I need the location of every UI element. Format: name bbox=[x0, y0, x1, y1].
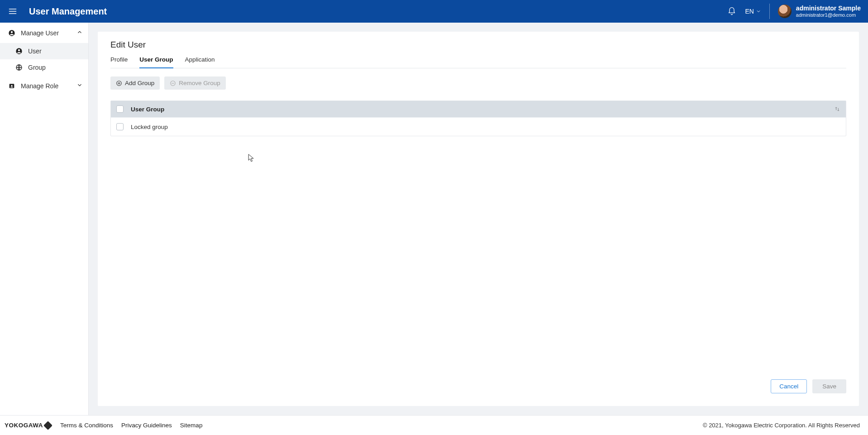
cancel-button[interactable]: Cancel bbox=[771, 379, 807, 393]
brand-logo: YOKOGAWA bbox=[5, 422, 51, 429]
role-badge-icon bbox=[8, 82, 16, 90]
select-all-cell bbox=[116, 105, 128, 113]
language-label: EN bbox=[745, 8, 754, 15]
user-name: administrator Sample bbox=[796, 5, 861, 12]
main-content: Edit User Profile User Group Application… bbox=[89, 23, 868, 415]
button-label: Remove Group bbox=[179, 80, 220, 86]
svg-rect-7 bbox=[10, 86, 13, 87]
minus-circle-icon bbox=[170, 80, 176, 86]
table-row[interactable]: Locked group bbox=[111, 117, 846, 136]
sidebar-item-user[interactable]: User bbox=[0, 43, 88, 59]
user-circle-icon bbox=[15, 48, 24, 55]
row-label: Locked group bbox=[128, 124, 840, 130]
sidebar-item-label: Group bbox=[28, 64, 46, 71]
avatar bbox=[778, 5, 792, 18]
tabs: Profile User Group Application bbox=[110, 56, 846, 68]
button-label: Add Group bbox=[125, 80, 154, 86]
chevron-up-icon bbox=[76, 29, 83, 37]
row-checkbox[interactable] bbox=[116, 123, 124, 130]
user-menu[interactable]: administrator Sample administrator1@demo… bbox=[778, 5, 861, 18]
chevron-down-icon bbox=[76, 82, 83, 90]
tab-profile[interactable]: Profile bbox=[110, 56, 128, 68]
page-title: Edit User bbox=[110, 40, 846, 50]
notifications-icon[interactable] bbox=[727, 6, 737, 16]
sidebar-section-manage-role[interactable]: Manage Role bbox=[0, 76, 88, 96]
user-circle-icon bbox=[8, 29, 16, 37]
header-divider bbox=[769, 4, 770, 19]
sort-icon[interactable] bbox=[834, 106, 840, 112]
add-group-button[interactable]: Add Group bbox=[110, 76, 160, 90]
svg-point-1 bbox=[11, 31, 13, 33]
footer-link-privacy[interactable]: Privacy Guidelines bbox=[121, 422, 172, 429]
tab-application[interactable]: Application bbox=[185, 56, 215, 68]
sidebar: Manage User User Group Manage Role bbox=[0, 23, 89, 415]
user-info: administrator Sample administrator1@demo… bbox=[796, 5, 861, 18]
footer-link-terms[interactable]: Terms & Conditions bbox=[60, 422, 113, 429]
row-check-cell bbox=[116, 123, 128, 130]
chevron-down-icon bbox=[756, 9, 761, 14]
svg-point-3 bbox=[18, 49, 20, 51]
diamond-icon bbox=[43, 421, 52, 430]
group-toolbar: Add Group Remove Group bbox=[110, 76, 846, 90]
copyright: © 2021, Yokogawa Electric Corporation. A… bbox=[703, 422, 860, 429]
table-header: User Group bbox=[111, 101, 846, 117]
user-email: administrator1@demo.com bbox=[796, 12, 861, 18]
sidebar-section-label: Manage Role bbox=[21, 82, 58, 90]
sidebar-item-group[interactable]: Group bbox=[0, 59, 88, 76]
svg-point-6 bbox=[11, 85, 12, 86]
language-selector[interactable]: EN bbox=[745, 8, 761, 15]
sidebar-item-label: User bbox=[28, 48, 42, 55]
column-header-user-group[interactable]: User Group bbox=[128, 106, 834, 113]
globe-icon bbox=[15, 64, 24, 71]
sidebar-section-label: Manage User bbox=[21, 29, 59, 37]
panel-footer: Cancel Save bbox=[110, 372, 846, 393]
user-group-table: User Group Locked group bbox=[110, 100, 846, 136]
save-button[interactable]: Save bbox=[812, 379, 846, 393]
header-right: EN administrator Sample administrator1@d… bbox=[727, 4, 861, 19]
tab-user-group[interactable]: User Group bbox=[139, 56, 173, 68]
app-header: User Management EN administrator Sample … bbox=[0, 0, 868, 23]
menu-toggle[interactable] bbox=[7, 6, 18, 17]
edit-user-panel: Edit User Profile User Group Application… bbox=[98, 32, 859, 406]
footer-link-sitemap[interactable]: Sitemap bbox=[180, 422, 203, 429]
brand-name: YOKOGAWA bbox=[5, 422, 43, 429]
plus-circle-icon bbox=[116, 80, 122, 86]
app-title: User Management bbox=[29, 6, 107, 17]
sidebar-section-manage-user[interactable]: Manage User bbox=[0, 23, 88, 43]
select-all-checkbox[interactable] bbox=[116, 105, 124, 113]
footer-bar: YOKOGAWA Terms & Conditions Privacy Guid… bbox=[0, 415, 868, 435]
remove-group-button[interactable]: Remove Group bbox=[164, 76, 226, 90]
